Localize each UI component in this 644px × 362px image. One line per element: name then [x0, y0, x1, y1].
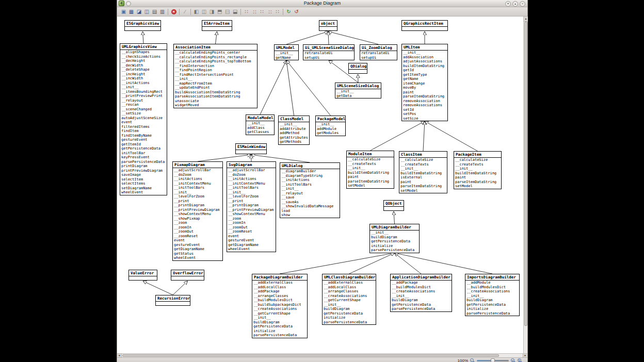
method-item: __doZoom: [174, 173, 221, 177]
class-box-SvgDiagram[interactable]: SvgDiagram__adjustScrollBar__doZoom__ini…: [227, 161, 276, 252]
class-box-PackageModel[interactable]: PackageModel__init__addModulegetModules: [315, 116, 346, 136]
maximize-button[interactable]: ▴: [512, 1, 518, 7]
class-box-PackageDiagramBuilder[interactable]: PackageDiagramBuilder__addExternalClass_…: [252, 274, 308, 338]
class-box-UMLItem[interactable]: UMLItem__init__addAssociationadjustAssoc…: [401, 44, 448, 121]
method-item: itemChange: [403, 81, 446, 86]
toolbar: ▣▦◪◫▤▥×∕◧◫◨◧◫◨∷∷∷∷∷↻↺: [117, 7, 527, 17]
align-top-icon[interactable]: ◧: [216, 8, 223, 15]
save-image-icon[interactable]: ◫: [143, 8, 151, 15]
zoom-reset-icon[interactable]: 1: [518, 358, 522, 362]
class-box-AssociationItem[interactable]: AssociationItem__calculateEndingPoints_c…: [173, 44, 257, 108]
window-menu-button[interactable]: [126, 1, 131, 6]
class-box-UMLGraphicsView[interactable]: UMLGraphicsView__alignShapes__checkSizeA…: [120, 43, 167, 195]
class-name: object: [319, 21, 337, 27]
align-hcenter-icon[interactable]: ◫: [200, 8, 208, 15]
minimize-button[interactable]: ▾: [505, 1, 511, 7]
close-icon[interactable]: ×: [170, 8, 178, 15]
toolbar-separator: [190, 9, 191, 15]
class-box-ClassItem[interactable]: ClassItem__calculateSize__createTexts__i…: [399, 151, 447, 193]
method-item: getStatus: [174, 252, 221, 256]
method-item: __showPixmap: [174, 217, 221, 221]
class-name: QGraphicsRectItem: [402, 21, 447, 27]
method-item: __updateEndPoint: [175, 86, 256, 90]
class-box-ValueError[interactable]: ValueError: [128, 270, 157, 281]
method-item: printDiagram: [121, 164, 166, 169]
zoom-out-icon[interactable]: -: [470, 358, 475, 362]
zoom-in-icon[interactable]: +: [511, 358, 516, 362]
vertical-scrollbar[interactable]: ▲: [523, 17, 527, 353]
class-box-E5GraphicsView[interactable]: E5GraphicsView: [124, 20, 161, 31]
class-box-ModuleItem[interactable]: ModuleItem__calculateSize__createTexts__…: [346, 151, 394, 189]
size-horizontal-icon[interactable]: ∷: [258, 8, 266, 15]
class-box-E5ArrowItem[interactable]: E5ArrowItem: [202, 20, 232, 31]
horizontal-scrollbar-thumb[interactable]: [122, 354, 499, 357]
class-box-UMLModel[interactable]: UMLModel__init__getName: [274, 44, 299, 60]
method-list: __diagramBuilder__diagramTypeString__ini…: [280, 169, 340, 218]
relayout-icon[interactable]: ∕: [181, 8, 189, 15]
class-name: QObject: [384, 201, 404, 207]
scroll-up-arrow-icon[interactable]: ▲: [524, 17, 528, 22]
save-as-icon[interactable]: ◪: [135, 8, 143, 15]
method-list: __adjustScrollBar__doZoom__initActions__…: [227, 168, 276, 252]
method-item: parseItemDataString: [400, 184, 446, 189]
class-box-UMLDialog[interactable]: UMLDialog__diagramBuilder__diagramTypeSt…: [280, 162, 340, 218]
space-horizontal-icon[interactable]: ∷: [243, 8, 250, 15]
method-item: initialize: [324, 316, 375, 320]
class-box-RecursionError[interactable]: RecursionError: [155, 295, 190, 306]
size-vertical-icon[interactable]: ∷: [266, 8, 273, 15]
class-box-QGraphicsRectItem[interactable]: QGraphicsRectItem: [401, 20, 448, 31]
method-list: __init__addAssociationadjustAssociations…: [402, 51, 447, 121]
print-preview-icon[interactable]: ▥: [158, 8, 166, 15]
align-vcenter-icon[interactable]: ◫: [224, 8, 231, 15]
class-box-object[interactable]: object: [319, 20, 337, 31]
print-icon[interactable]: ▤: [151, 8, 158, 15]
method-list: [129, 276, 157, 280]
method-item: __init__: [174, 190, 221, 195]
class-box-Ui_UMLSceneSizeDialog[interactable]: Ui_UMLSceneSizeDialogretranslateUisetupU…: [303, 44, 355, 60]
class-box-E5MainWindow[interactable]: E5MainWindow: [235, 143, 267, 154]
class-box-UMLDiagramBuilder[interactable]: UMLDiagramBuilder__init__buildDiagramget…: [369, 224, 420, 253]
method-item: wheelEvent: [228, 247, 275, 252]
refresh-icon[interactable]: ↻: [285, 8, 293, 15]
align-bottom-icon[interactable]: ◨: [232, 8, 239, 15]
class-box-ApplicationDiagramBuilder[interactable]: ApplicationDiagramBuilder__addPackage__b…: [390, 274, 452, 312]
horizontal-scrollbar[interactable]: ◄ ►: [117, 353, 527, 357]
align-left-icon[interactable]: ◧: [192, 8, 200, 15]
method-item: __createTexts: [400, 162, 446, 167]
method-item: buildItemDataString: [348, 171, 393, 175]
class-box-ImportsDiagramBuilder[interactable]: ImportsDiagramBuilder__addModule__buildM…: [465, 274, 520, 316]
zoom-slider[interactable]: [477, 358, 509, 362]
method-item: __buildModulesDict: [253, 298, 306, 303]
method-item: __print: [174, 199, 221, 204]
method-list: __init__addModulegetModules: [316, 122, 345, 136]
method-item: __diagramBuilder: [281, 169, 339, 174]
diagram-canvas[interactable]: E5GraphicsViewUMLGraphicsView__alignShap…: [117, 17, 524, 353]
class-box-QObject[interactable]: QObject: [383, 200, 404, 211]
class-box-UMLClassDiagramBuilder[interactable]: UMLClassDiagramBuilder__addExternalClass…: [322, 274, 376, 325]
class-box-ClassModel[interactable]: ClassModel__init__addAttributeaddMethodg…: [278, 116, 310, 145]
class-name: ApplicationDiagramBuilder: [391, 274, 452, 281]
close-button[interactable]: ×: [520, 1, 525, 7]
method-item: __initActions: [281, 178, 339, 183]
class-box-PixmapDiagram[interactable]: PixmapDiagram__adjustScrollBar__doZoom__…: [172, 161, 223, 261]
undo-icon[interactable]: ↺: [293, 8, 300, 15]
title-bar[interactable]: e Package Diagram ▾▴×: [117, 0, 527, 7]
class-name: UMLDiagramBuilder: [370, 224, 419, 231]
size-both-icon[interactable]: ∷: [273, 8, 281, 15]
space-vertical-icon[interactable]: ∷: [251, 8, 258, 15]
close-window-icon[interactable]: ▣: [120, 8, 127, 15]
class-box-UMLSceneSizeDialog[interactable]: UMLSceneSizeDialog__init__getData: [335, 83, 381, 98]
class-box-ModuleModel[interactable]: ModuleModel__init__addClassgetClasses: [246, 114, 275, 135]
class-box-QDialog[interactable]: QDialog: [348, 63, 367, 74]
class-box-PackageItem[interactable]: PackageItem__calculateSize__createTexts_…: [454, 151, 502, 189]
method-item: __init__: [324, 303, 375, 307]
inheritance-edge-PackageModel-to-UMLModel: [286, 60, 331, 116]
class-box-Ui_ZoomDialog[interactable]: Ui_ZoomDialogretranslateUisetupUi: [360, 44, 397, 60]
align-right-icon[interactable]: ◨: [208, 8, 216, 15]
vertical-scrollbar-thumb[interactable]: [524, 22, 527, 326]
inheritance-edge-RecursionError-to-OverflowError: [173, 281, 188, 295]
zoom-slider-handle[interactable]: [491, 358, 495, 362]
save-icon[interactable]: ▦: [127, 8, 135, 15]
method-item: initialize: [253, 329, 306, 334]
class-box-OverflowError[interactable]: OverflowError: [171, 270, 204, 281]
